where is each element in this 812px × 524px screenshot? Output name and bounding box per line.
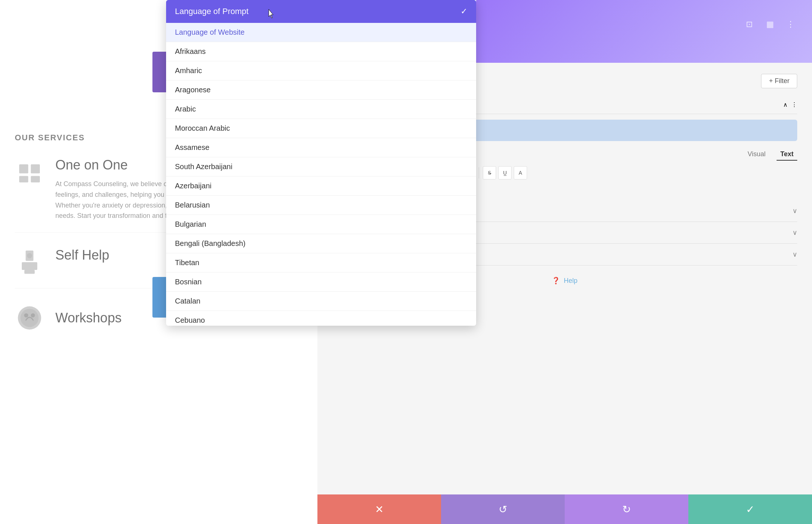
- filter-button[interactable]: + Filter: [761, 74, 797, 88]
- section-controls: ∧ ⋮: [783, 101, 797, 108]
- dropdown-header-label: Language of Prompt: [175, 7, 248, 16]
- dropdown-item-8[interactable]: Azerbaijani: [166, 177, 476, 196]
- svg-rect-6: [24, 270, 35, 274]
- svg-point-10: [24, 314, 28, 318]
- section-more-icon[interactable]: ⋮: [791, 101, 797, 108]
- toolbar-color[interactable]: A: [514, 166, 527, 179]
- confirm-button[interactable]: ✓: [688, 494, 812, 524]
- action-bar: ✕ ↺ ↻ ✓: [317, 494, 812, 524]
- self-help-title: Self Help: [55, 247, 109, 263]
- settings-header-icons: ⊡ ▦ ⋮: [743, 18, 797, 31]
- tab-visual[interactable]: Visual: [744, 148, 770, 161]
- layout-icon[interactable]: ▦: [763, 18, 777, 31]
- redo-button[interactable]: ↻: [565, 494, 688, 524]
- dropdown-item-6[interactable]: Assamese: [166, 138, 476, 157]
- chevron-down-icon-2: ∨: [792, 229, 797, 237]
- dropdown-item-11[interactable]: Bengali (Bangladesh): [166, 234, 476, 253]
- dropdown-item-2[interactable]: Amharic: [166, 61, 476, 81]
- self-help-icon: [15, 247, 44, 277]
- svg-point-9: [21, 309, 39, 327]
- dropdown-item-0[interactable]: Language of Website: [166, 23, 476, 42]
- toolbar-divider-2: [479, 167, 479, 178]
- undo-button[interactable]: ↺: [441, 494, 565, 524]
- toolbar-underline[interactable]: U̲: [498, 166, 512, 179]
- help-circle-icon: ❓: [552, 277, 560, 285]
- dropdown-item-1[interactable]: Afrikaans: [166, 42, 476, 61]
- tab-text[interactable]: Text: [777, 148, 797, 161]
- expand-icon[interactable]: ⊡: [743, 18, 756, 31]
- language-dropdown[interactable]: Language of Prompt ✓ Language of Website…: [166, 0, 476, 326]
- dropdown-item-4[interactable]: Arabic: [166, 100, 476, 119]
- confirm-icon: ✓: [746, 503, 754, 516]
- svg-rect-2: [19, 176, 28, 183]
- dropdown-item-12[interactable]: Tibetan: [166, 253, 476, 273]
- svg-point-7: [27, 253, 32, 258]
- undo-icon: ↺: [499, 503, 507, 516]
- dropdown-header[interactable]: Language of Prompt ✓: [166, 0, 476, 23]
- help-label: Help: [564, 277, 577, 285]
- dropdown-checkmark-icon: ✓: [461, 7, 467, 16]
- chevron-down-icon-1: ∨: [792, 207, 797, 215]
- dropdown-item-3[interactable]: Aragonese: [166, 81, 476, 100]
- dropdown-list[interactable]: Language of WebsiteAfrikaansAmharicArago…: [166, 23, 476, 326]
- one-on-one-icon: [15, 157, 44, 187]
- cancel-icon: ✕: [375, 503, 383, 516]
- workshops-icon: [15, 303, 44, 333]
- dropdown-item-10[interactable]: Bulgarian: [166, 215, 476, 234]
- dropdown-item-9[interactable]: Belarusian: [166, 196, 476, 215]
- more-icon[interactable]: ⋮: [784, 18, 797, 31]
- dropdown-item-7[interactable]: South Azerbaijani: [166, 157, 476, 177]
- redo-icon: ↻: [622, 503, 631, 516]
- collapse-icon[interactable]: ∧: [783, 101, 788, 108]
- svg-rect-0: [19, 164, 28, 174]
- cancel-button[interactable]: ✕: [317, 494, 441, 524]
- svg-rect-3: [31, 176, 40, 183]
- dropdown-item-13[interactable]: Bosnian: [166, 273, 476, 292]
- dropdown-item-5[interactable]: Moroccan Arabic: [166, 119, 476, 138]
- chevron-down-icon-3: ∨: [792, 250, 797, 258]
- svg-rect-1: [31, 164, 40, 174]
- dropdown-item-15[interactable]: Cebuano: [166, 311, 476, 326]
- svg-point-11: [31, 314, 35, 318]
- toolbar-strike[interactable]: S̶: [483, 166, 496, 179]
- svg-rect-5: [22, 262, 37, 270]
- dropdown-item-14[interactable]: Catalan: [166, 292, 476, 311]
- workshops-title: Workshops: [55, 310, 121, 326]
